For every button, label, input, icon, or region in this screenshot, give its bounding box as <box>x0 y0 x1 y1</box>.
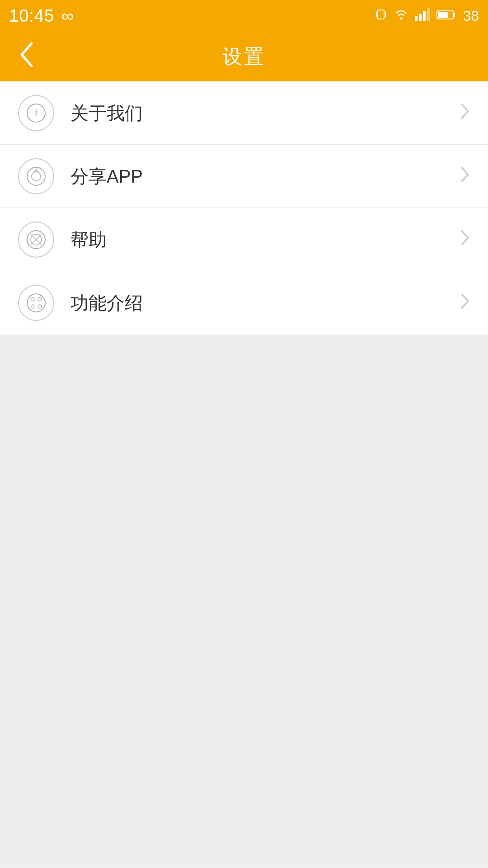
feature-intro-icon-wrapper <box>18 285 54 321</box>
page-title: 设置 <box>222 43 266 70</box>
content-area: i 关于我们 分享APP <box>0 81 488 335</box>
svg-rect-7 <box>427 8 430 21</box>
share-app-label: 分享APP <box>70 164 460 189</box>
share-app-icon-wrapper <box>18 158 54 194</box>
help-icon <box>26 230 46 250</box>
status-time: 10:45 <box>9 6 54 26</box>
svg-rect-4 <box>415 16 418 21</box>
svg-rect-10 <box>438 12 448 18</box>
share-icon <box>26 166 46 186</box>
infinite-icon: ∞ <box>61 6 74 26</box>
back-button[interactable] <box>14 37 39 76</box>
vibrate-icon <box>374 8 388 24</box>
share-app-arrow <box>460 166 470 187</box>
svg-text:i: i <box>35 107 38 118</box>
help-arrow <box>460 229 470 250</box>
about-us-label: 关于我们 <box>70 101 460 126</box>
svg-point-24 <box>38 305 42 308</box>
signal-icon <box>415 8 430 24</box>
help-icon-wrapper <box>18 222 54 258</box>
svg-point-22 <box>38 297 42 301</box>
feature-icon <box>26 293 46 313</box>
menu-item-about-us[interactable]: i 关于我们 <box>0 81 488 145</box>
feature-intro-label: 功能介绍 <box>70 291 460 316</box>
info-icon: i <box>26 103 46 123</box>
menu-item-feature-intro[interactable]: 功能介绍 <box>0 271 488 335</box>
status-bar-left: 10:45 ∞ <box>9 6 74 26</box>
svg-rect-5 <box>419 14 422 21</box>
empty-background <box>0 335 488 866</box>
status-bar: 10:45 ∞ <box>0 0 488 32</box>
menu-item-help[interactable]: 帮助 <box>0 208 488 271</box>
menu-item-share-app[interactable]: 分享APP <box>0 145 488 208</box>
svg-rect-1 <box>376 12 377 17</box>
wifi-icon <box>394 8 408 24</box>
about-us-arrow <box>460 103 470 124</box>
about-us-icon-wrapper: i <box>18 95 54 131</box>
svg-point-14 <box>32 172 41 181</box>
nav-bar: 设置 <box>0 32 488 81</box>
feature-intro-arrow <box>460 292 470 314</box>
svg-point-23 <box>31 305 34 308</box>
svg-rect-0 <box>378 10 384 19</box>
status-bar-right: 38 <box>374 8 479 24</box>
svg-point-3 <box>400 17 403 19</box>
svg-point-21 <box>31 297 34 301</box>
help-label: 帮助 <box>70 227 460 252</box>
battery-icon <box>436 8 456 24</box>
battery-level: 38 <box>463 8 479 24</box>
svg-rect-6 <box>423 11 426 21</box>
svg-rect-2 <box>385 12 386 17</box>
svg-rect-9 <box>453 13 455 17</box>
svg-point-20 <box>27 294 45 312</box>
